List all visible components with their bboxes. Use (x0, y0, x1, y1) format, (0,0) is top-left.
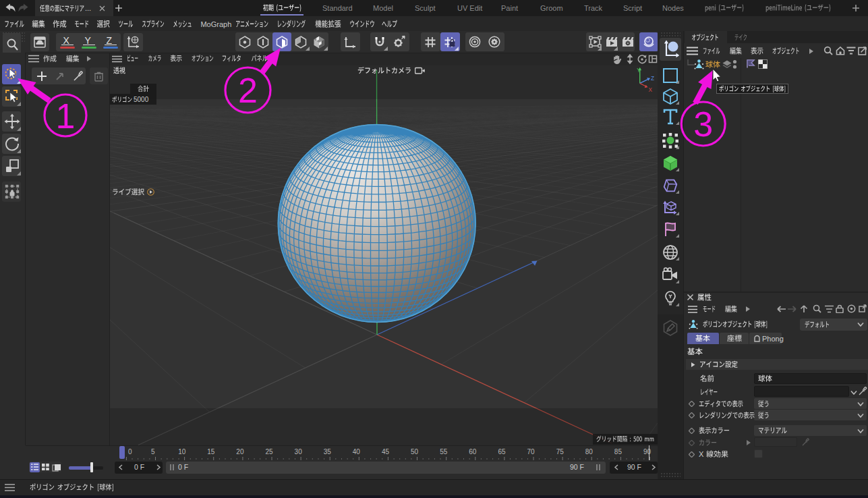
svg-text:Z: Z (651, 76, 654, 82)
svg-text:X: X (648, 87, 652, 93)
svg-text:Y: Y (637, 67, 641, 74)
